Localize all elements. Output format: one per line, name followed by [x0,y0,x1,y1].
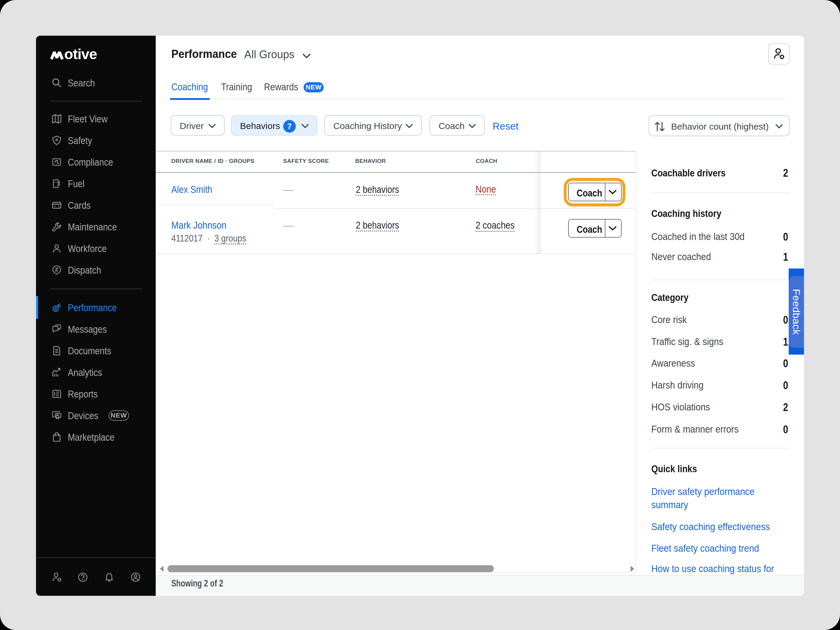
svg-text:otive: otive [64,48,97,60]
